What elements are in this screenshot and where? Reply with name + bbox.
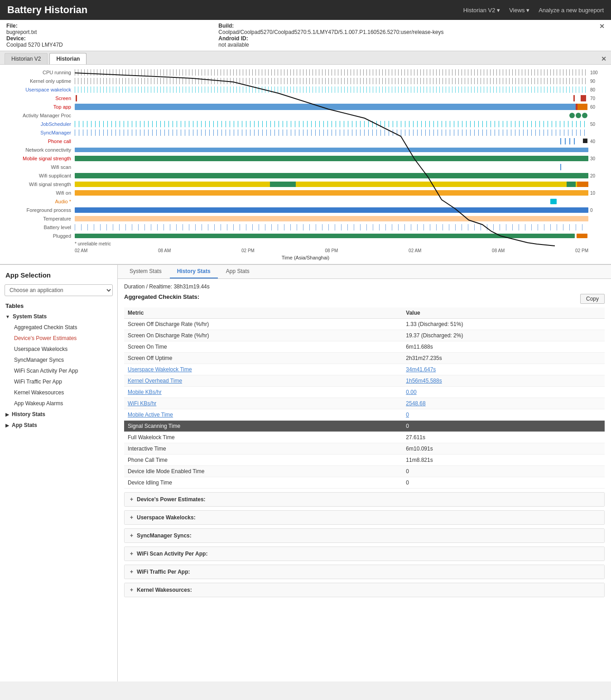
axis-50: 50: [588, 122, 611, 127]
time-label-4: 08 PM: [325, 248, 338, 253]
table-row: Mobile KBs/hr0.00: [124, 387, 605, 398]
file-info-build: Build: Coolpad/Coolpad5270/Coolpad5270:5…: [218, 23, 443, 35]
sidebar-group-app-stats[interactable]: ▶ App Stats: [0, 420, 117, 431]
tab-historian[interactable]: Historian: [49, 53, 87, 64]
bar-sync: [75, 129, 588, 136]
cell-value: 1.33 (Discharged: 51%): [402, 319, 605, 330]
cell-metric: Kernel Overhead Time: [124, 375, 402, 387]
cell-value: 19.37 (Discharged: 2%): [402, 330, 605, 341]
table-row: Interactive Time6m10.091s: [124, 443, 605, 455]
bar-plugged: [75, 233, 588, 239]
table-row: Screen Off Discharge Rate (%/hr)1.33 (Di…: [124, 319, 605, 330]
label-wifion: Wifi on: [0, 190, 75, 196]
expand-header[interactable]: + WiFi Traffic Per App:: [125, 565, 604, 579]
cell-metric: Full Wakelock Time: [124, 432, 402, 443]
sidebar-item-aggregated[interactable]: Aggregated Checkin Stats: [0, 322, 117, 333]
cell-value: 0: [402, 477, 605, 489]
expand-header[interactable]: + Userspace Wakelocks:: [125, 511, 604, 524]
system-stats-label: System Stats: [13, 313, 47, 320]
duration-line: Duration / Realtime: 38h31m19.44s: [124, 283, 605, 290]
nav-links: Historian V2 ▾ Views ▾ Analyze a new bug…: [463, 7, 604, 14]
label-wifiscan: Wifi scan: [0, 164, 75, 170]
expand-header[interactable]: + Device's Power Estimates:: [125, 493, 604, 506]
bar-screen: [75, 95, 588, 101]
file-info-close[interactable]: ✕: [599, 23, 605, 30]
expand-header[interactable]: + WiFi Scan Activity Per App:: [125, 547, 604, 561]
expand-header[interactable]: + SyncManager Syncs:: [125, 529, 604, 542]
duration-label: Duration / Realtime:: [124, 283, 172, 290]
cell-metric: Screen On Discharge Rate (%/hr): [124, 330, 402, 341]
bar-netconn: [75, 147, 588, 153]
bar-phone: [75, 138, 588, 144]
sidebar-item-wifi-scan[interactable]: WiFi Scan Activity Per App: [0, 365, 117, 376]
cell-value: 34m41.647s: [402, 364, 605, 375]
expand-label: Userspace Wakelocks:: [137, 514, 196, 521]
system-stats-arrow-icon: ▼: [5, 314, 10, 319]
chart-row-batLevel: Battery level: [0, 223, 611, 231]
label-wifisig: Wifi signal strength: [0, 182, 75, 187]
cell-value: 27.611s: [402, 432, 605, 443]
axis-80: 80: [588, 87, 611, 92]
label-sync: SyncManager: [0, 130, 75, 135]
chart-row-mobile: Mobile signal strength 30: [0, 154, 611, 163]
chart-row-screen: Screen 70: [0, 94, 611, 102]
expand-label: WiFi Scan Activity Per App:: [137, 551, 207, 557]
nav-historian-v2[interactable]: Historian V2 ▾: [463, 7, 500, 14]
cell-metric: Userspace Wakelock Time: [124, 364, 402, 375]
sidebar-item-wakelocks[interactable]: Userspace Wakelocks: [0, 344, 117, 355]
tab-system-stats[interactable]: System Stats: [122, 265, 169, 278]
nav-analyze[interactable]: Analyze a new bugreport: [539, 7, 604, 14]
cell-metric: Signal Scanning Time: [124, 421, 402, 432]
sidebar-item-kernel-wake[interactable]: Kernel Wakesources: [0, 387, 117, 398]
bar-wifion: [75, 190, 588, 196]
label-jobsch: JobScheduler: [0, 121, 75, 127]
expand-header[interactable]: + Kernel Wakesources:: [125, 583, 604, 597]
chart-row-wifion: Wifi on 10: [0, 189, 611, 197]
table-row: Device Idle Mode Enabled Time0: [124, 466, 605, 477]
sidebar-item-power[interactable]: Device's Power Estimates: [0, 333, 117, 344]
app-select[interactable]: Choose an application: [5, 284, 113, 296]
plus-icon: +: [130, 514, 133, 521]
app-stats-arrow-icon: ▶: [5, 423, 9, 428]
expand-section: + Kernel Wakesources:: [124, 583, 605, 597]
historian-tab-list: Historian V2 Historian: [5, 53, 87, 64]
expand-section: + WiFi Traffic Per App:: [124, 565, 605, 579]
col-value: Value: [402, 307, 605, 319]
label-wakelock: Userspace wakelock: [0, 87, 75, 92]
sidebar-group-system-stats[interactable]: ▼ System Stats: [0, 311, 117, 322]
label-screen: Screen: [0, 96, 75, 101]
sidebar-group-history-stats[interactable]: ▶ History Stats: [0, 409, 117, 420]
chart-row-topapp: Top app 60: [0, 103, 611, 111]
historian-tab-close[interactable]: ✕: [601, 55, 606, 62]
expand-section: + WiFi Scan Activity Per App:: [124, 547, 605, 561]
chart-row-kernel: Kernel only uptime 90: [0, 77, 611, 85]
axis-70: 70: [588, 96, 611, 101]
axis-40: 40: [588, 139, 611, 144]
nav-views[interactable]: Views ▾: [509, 7, 529, 14]
cell-metric: WiFi KBs/hr: [124, 398, 402, 409]
sidebar-item-wifi-traffic[interactable]: WiFi Traffic Per App: [0, 376, 117, 387]
bar-wifisig: [75, 181, 588, 187]
time-label-6: 08 AM: [492, 248, 505, 253]
tab-app-stats[interactable]: App Stats: [219, 265, 257, 278]
sidebar-item-app-wakeup[interactable]: App Wakeup Alarms: [0, 398, 117, 409]
chart-row-wakelock: Userspace wakelock 80: [0, 86, 611, 94]
time-label-3: 02 PM: [241, 248, 255, 253]
cell-metric: Screen On Time: [124, 341, 402, 353]
plus-icon: +: [130, 569, 133, 575]
chart-row-plugged: Plugged: [0, 232, 611, 240]
tab-history-stats[interactable]: History Stats: [170, 265, 218, 278]
axis-0: 0: [588, 208, 611, 213]
top-nav: Battery Historian Historian V2 ▾ Views ▾…: [0, 0, 611, 20]
sidebar-item-syncmanager[interactable]: SyncManager Syncs: [0, 355, 117, 365]
col-metric: Metric: [124, 307, 402, 319]
bar-fgproc: [75, 207, 588, 213]
cell-metric: Interactive Time: [124, 443, 402, 455]
label-fgproc: Foreground process: [0, 207, 75, 213]
time-axis-label: Time (Asia/Shanghai): [0, 255, 611, 260]
copy-button[interactable]: Copy: [580, 294, 605, 304]
plus-icon: +: [130, 496, 133, 503]
bar-wifisup: [75, 173, 588, 179]
expand-label: Kernel Wakesources:: [137, 587, 192, 593]
tab-historian-v2[interactable]: Historian V2: [5, 53, 48, 64]
